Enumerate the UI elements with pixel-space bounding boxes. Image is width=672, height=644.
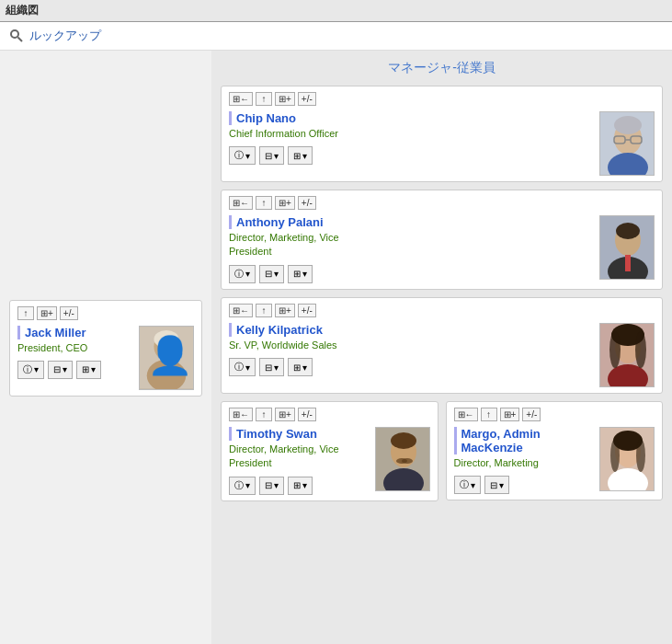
margo-title: Director, Marketing: [454, 456, 593, 470]
timothy-email-btn[interactable]: ⊟▾: [259, 477, 284, 495]
anthony-avatar-svg: [600, 216, 655, 280]
chip-actions: ⓘ▾ ⊟▾ ⊞▾: [229, 146, 592, 165]
jack-email-btn[interactable]: ⊟▾: [48, 361, 73, 379]
svg-point-3: [154, 331, 178, 360]
timothy-toggle-btn[interactable]: +/-: [298, 408, 316, 421]
timothy-info-btn[interactable]: ⓘ▾: [229, 477, 256, 495]
margo-body: Margo, Admin MacKenzie Director, Marketi…: [454, 427, 655, 494]
timothy-move-left-btn[interactable]: ⊞←: [229, 408, 253, 421]
chip-email-btn[interactable]: ⊟▾: [259, 146, 284, 165]
margo-mackenzie-card: ⊞← ↑ ⊞+ +/- Margo, Admin MacKenzie Direc…: [446, 401, 664, 500]
anthony-body: Anthony Palani Director, Marketing, Vice…: [229, 215, 655, 283]
timothy-swan-card: ⊞← ↑ ⊞+ +/- Timothy Swan Director, Marke…: [221, 401, 439, 501]
timothy-photo: [375, 427, 430, 491]
svg-point-12: [614, 116, 642, 134]
margo-avatar-svg: [600, 428, 655, 491]
jack-actions: ⓘ▾ ⊟▾ ⊞▾: [17, 361, 131, 379]
svg-point-34: [610, 439, 620, 472]
timothy-add-sub-btn[interactable]: ⊞+: [275, 408, 295, 421]
jack-miller-card: ↑ ⊞+ +/- Jack Miller President, CEO ⓘ▾ ⊟…: [9, 300, 202, 397]
margo-email-btn[interactable]: ⊟▾: [484, 476, 509, 494]
kelly-info: Kelly Kilpatrick Sr. VP, Worldwide Sales…: [229, 323, 592, 387]
margo-actions: ⓘ▾ ⊟▾: [454, 476, 593, 494]
chip-move-left-btn[interactable]: ⊞←: [229, 92, 253, 106]
kelly-photo: [599, 323, 655, 387]
timothy-swan-wrap: ⊞← ↑ ⊞+ +/- Timothy Swan Director, Marke…: [221, 401, 439, 509]
anthony-toggle-btn[interactable]: +/-: [298, 196, 316, 210]
anthony-title: Director, Marketing, VicePresident: [229, 231, 592, 259]
chip-toggle-btn[interactable]: +/-: [298, 92, 316, 106]
chip-add-sub-btn[interactable]: ⊞+: [275, 92, 295, 106]
margo-info: Margo, Admin MacKenzie Director, Marketi…: [454, 427, 593, 494]
anthony-palani-card: ⊞← ↑ ⊞+ +/- Anthony Palani Director, Mar…: [221, 190, 663, 290]
timothy-up-btn[interactable]: ↑: [256, 408, 272, 421]
left-panel: ↑ ⊞+ +/- Jack Miller President, CEO ⓘ▾ ⊟…: [0, 51, 211, 644]
chip-info-btn[interactable]: ⓘ▾: [229, 146, 256, 165]
chip-photo: [599, 111, 655, 176]
anthony-email-btn[interactable]: ⊟▾: [259, 265, 284, 283]
chip-org-btn[interactable]: ⊞▾: [288, 146, 313, 165]
anthony-org-btn[interactable]: ⊞▾: [288, 265, 313, 283]
kelly-info-btn[interactable]: ⓘ▾: [229, 358, 256, 376]
svg-point-23: [635, 331, 646, 368]
chip-info: Chip Nano Chief Information Officer ⓘ▾ ⊟…: [229, 111, 592, 176]
svg-point-17: [616, 223, 640, 239]
svg-point-27: [391, 432, 416, 449]
kelly-toolbar: ⊞← ↑ ⊞+ +/-: [229, 304, 655, 317]
kelly-kilpatrick-card: ⊞← ↑ ⊞+ +/- Kelly Kilpatrick Sr. VP, Wor…: [221, 297, 663, 394]
anthony-toolbar: ⊞← ↑ ⊞+ +/-: [229, 196, 655, 210]
margo-photo: [599, 427, 655, 491]
anthony-move-left-btn[interactable]: ⊞←: [229, 196, 253, 210]
search-icon: [9, 29, 24, 43]
jack-name: Jack Miller: [17, 326, 131, 339]
timothy-title: Director, Marketing, VicePresident: [229, 443, 368, 471]
jack-info-btn[interactable]: ⓘ▾: [17, 361, 44, 379]
jack-toggle-btn[interactable]: +/-: [60, 306, 78, 320]
anthony-actions: ⓘ▾ ⊟▾ ⊞▾: [229, 265, 592, 283]
kelly-org-btn[interactable]: ⊞▾: [288, 358, 313, 376]
timothy-toolbar: ⊞← ↑ ⊞+ +/-: [229, 408, 430, 421]
svg-rect-16: [625, 255, 631, 271]
margo-toggle-btn[interactable]: +/-: [522, 408, 541, 421]
svg-point-0: [11, 30, 18, 38]
timothy-org-btn[interactable]: ⊞▾: [288, 477, 313, 495]
chip-name: Chip Nano: [229, 111, 592, 125]
kelly-body: Kelly Kilpatrick Sr. VP, Worldwide Sales…: [229, 323, 655, 387]
jack-avatar-svg: [140, 326, 193, 390]
anthony-info: Anthony Palani Director, Marketing, Vice…: [229, 215, 592, 283]
chip-avatar-svg: [600, 112, 655, 176]
svg-point-22: [609, 331, 621, 368]
anthony-up-btn[interactable]: ↑: [256, 196, 272, 210]
anthony-photo: [599, 215, 655, 280]
kelly-move-left-btn[interactable]: ⊞←: [229, 304, 253, 317]
timothy-name: Timothy Swan: [229, 427, 368, 441]
margo-mackenzie-wrap: ⊞← ↑ ⊞+ +/- Margo, Admin MacKenzie Direc…: [446, 401, 664, 509]
jack-card-body: Jack Miller President, CEO ⓘ▾ ⊟▾ ⊞▾: [17, 326, 194, 390]
anthony-info-btn[interactable]: ⓘ▾: [229, 265, 256, 283]
chip-title: Chief Information Officer: [229, 127, 592, 141]
timothy-body: Timothy Swan Director, Marketing, VicePr…: [229, 427, 430, 495]
kelly-email-btn[interactable]: ⊟▾: [259, 358, 284, 376]
margo-info-btn[interactable]: ⓘ▾: [454, 476, 481, 494]
timothy-avatar-svg: [376, 428, 430, 491]
timothy-actions: ⓘ▾ ⊟▾ ⊞▾: [229, 477, 368, 495]
jack-photo: [139, 326, 194, 390]
kelly-toggle-btn[interactable]: +/-: [298, 304, 316, 317]
jack-org-btn[interactable]: ⊞▾: [76, 361, 101, 379]
kelly-add-sub-btn[interactable]: ⊞+: [275, 304, 295, 317]
lookup-bar: ルックアップ: [0, 22, 672, 51]
chip-up-btn[interactable]: ↑: [256, 92, 272, 106]
kelly-title: Sr. VP, Worldwide Sales: [229, 339, 592, 352]
title-bar: 組織図: [0, 0, 672, 22]
jack-add-sub-btn[interactable]: ⊞+: [37, 306, 57, 320]
margo-up-btn[interactable]: ↑: [481, 408, 497, 421]
margo-add-sub-btn[interactable]: ⊞+: [500, 408, 520, 421]
margo-move-left-btn[interactable]: ⊞←: [454, 408, 478, 421]
jack-up-btn[interactable]: ↑: [17, 306, 34, 320]
jack-info: Jack Miller President, CEO ⓘ▾ ⊟▾ ⊞▾: [17, 326, 131, 390]
kelly-up-btn[interactable]: ↑: [256, 304, 272, 317]
kelly-actions: ⓘ▾ ⊟▾ ⊞▾: [229, 358, 592, 376]
anthony-add-sub-btn[interactable]: ⊞+: [275, 196, 295, 210]
chip-toolbar: ⊞← ↑ ⊞+ +/-: [229, 92, 655, 106]
lookup-label[interactable]: ルックアップ: [29, 28, 101, 44]
